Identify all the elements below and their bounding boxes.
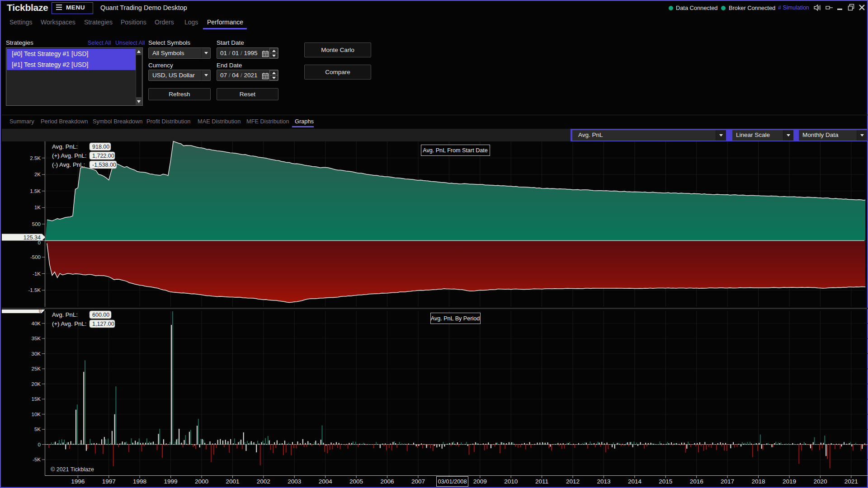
svg-text:10K: 10K	[32, 412, 41, 417]
svg-text:15K: 15K	[32, 396, 41, 402]
svg-text:25K: 25K	[32, 366, 41, 371]
svg-text:40K: 40K	[32, 321, 41, 326]
svg-text:918.00: 918.00	[92, 144, 109, 150]
svg-text:2015: 2015	[659, 478, 672, 485]
svg-text:2010: 2010	[504, 478, 518, 485]
svg-text:2.5K: 2.5K	[30, 155, 41, 161]
svg-text:2012: 2012	[566, 478, 580, 485]
svg-text:1.5K: 1.5K	[30, 188, 41, 194]
svg-text:1K: 1K	[34, 205, 41, 210]
svg-text:1997: 1997	[102, 478, 116, 485]
svg-text:500: 500	[32, 221, 41, 227]
svg-text:2006: 2006	[380, 478, 394, 485]
svg-text:2021: 2021	[844, 478, 858, 485]
svg-text:2020: 2020	[813, 478, 827, 485]
svg-text:125.34: 125.34	[24, 235, 41, 241]
svg-text:2003: 2003	[288, 478, 301, 485]
svg-text:(+) Avg. PnL:: (+) Avg. PnL:	[52, 152, 86, 159]
svg-text:0: 0	[39, 309, 42, 314]
svg-text:(-) Avg. PnL:: (-) Avg. PnL:	[52, 161, 85, 168]
svg-text:0: 0	[38, 442, 41, 447]
svg-text:03/01/2008: 03/01/2008	[438, 478, 467, 485]
svg-text:35K: 35K	[32, 336, 41, 341]
svg-text:2009: 2009	[473, 478, 487, 485]
svg-text:-5K: -5K	[33, 457, 41, 462]
svg-text:Avg. PnL From Start Date: Avg. PnL From Start Date	[423, 147, 488, 154]
svg-text:2019: 2019	[783, 478, 796, 485]
svg-text:© 2021 Tickblaze: © 2021 Tickblaze	[51, 466, 94, 473]
svg-text:2013: 2013	[597, 478, 610, 485]
svg-text:2004: 2004	[319, 478, 333, 485]
svg-text:-500: -500	[30, 254, 41, 260]
svg-text:1999: 1999	[164, 478, 178, 485]
svg-text:5K: 5K	[34, 427, 41, 432]
svg-text:2K: 2K	[34, 172, 41, 177]
svg-text:-1K: -1K	[33, 271, 41, 277]
svg-text:2016: 2016	[690, 478, 703, 485]
svg-text:Avg. PnL By Period: Avg. PnL By Period	[431, 315, 480, 322]
svg-text:20K: 20K	[32, 381, 41, 387]
svg-text:2014: 2014	[628, 478, 642, 485]
svg-text:(+) Avg. PnL:: (+) Avg. PnL:	[52, 320, 86, 327]
svg-text:1996: 1996	[71, 478, 85, 485]
svg-text:2002: 2002	[257, 478, 270, 485]
svg-text:2011: 2011	[535, 478, 548, 485]
svg-text:30K: 30K	[32, 351, 41, 357]
svg-text:600.00: 600.00	[92, 312, 109, 318]
svg-text:2018: 2018	[751, 478, 765, 485]
svg-text:2007: 2007	[411, 478, 425, 485]
svg-text:2000: 2000	[195, 478, 208, 485]
svg-text:Avg. PnL:: Avg. PnL:	[52, 311, 78, 318]
svg-text:-1,538.00: -1,538.00	[92, 162, 116, 168]
svg-text:1,722.00: 1,722.00	[92, 153, 114, 159]
svg-text:Avg. PnL:: Avg. PnL:	[52, 143, 78, 150]
svg-text:-1.5K: -1.5K	[28, 287, 41, 293]
svg-text:2017: 2017	[721, 478, 734, 485]
svg-text:2001: 2001	[226, 478, 239, 485]
svg-text:1,127.00: 1,127.00	[92, 321, 114, 327]
svg-text:1998: 1998	[133, 478, 146, 485]
svg-text:2005: 2005	[349, 478, 363, 485]
